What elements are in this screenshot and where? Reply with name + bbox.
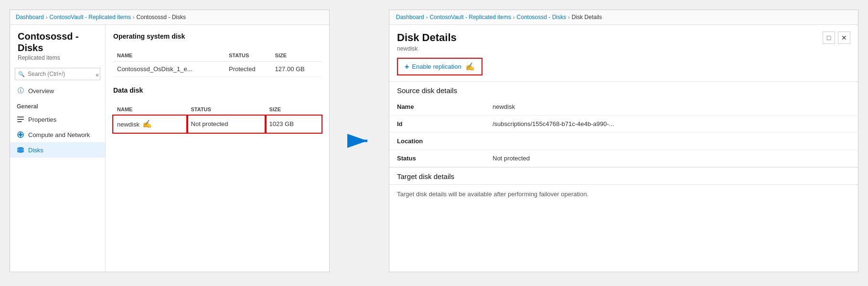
os-disk-col-status: STATUS [225,50,271,62]
detail-label-name: Name [389,98,485,116]
close-button[interactable]: ✕ [838,32,850,44]
data-disk-col-name: NAME [113,104,187,116]
right-panel-title: Disk Details [397,32,457,44]
search-box-container: 🔍 « [15,68,100,80]
right-panel: Dashboard › ContosoVault - Replicated it… [389,10,858,272]
svg-rect-0 [17,117,24,117]
right-breadcrumb-disks[interactable]: Contosossd - Disks [517,14,566,21]
right-breadcrumb-sep-2: › [513,14,515,20]
sidebar-item-compute-label: Compute and Network [28,131,90,138]
page-header: Contosossd - Disks Replicated items [10,25,105,63]
data-disk-name: newdisk ✍ [113,116,187,133]
page-subtitle: Replicated items [18,54,97,61]
os-disk-status: Protected [225,62,271,77]
properties-icon [17,116,24,123]
arrow-indicator [345,134,374,148]
main-content: Operating system disk NAME STATUS SIZE C… [106,25,329,272]
disks-icon [17,146,24,154]
svg-rect-2 [17,121,22,122]
detail-label-status: Status [389,150,485,167]
sidebar-item-disks-label: Disks [28,147,43,154]
right-breadcrumb: Dashboard › ContosoVault - Replicated it… [389,10,858,25]
source-section-title: Source disk details [389,81,858,98]
target-section-title: Target disk details [389,167,858,184]
right-breadcrumb-dashboard[interactable]: Dashboard [396,14,424,21]
table-row[interactable]: Contosossd_OsDisk_1_e... Protected 127.0… [113,62,321,77]
page-title: Contosossd - Disks [18,31,97,53]
svg-point-4 [19,133,22,136]
breadcrumb-sep-2: › [133,14,135,20]
os-disk-table: NAME STATUS SIZE Contosossd_OsDisk_1_e..… [113,50,321,77]
os-disk-section-title: Operating system disk [113,32,321,40]
right-panel-title-block: Disk Details newdisk [397,32,457,52]
os-disk-col-size: SIZE [271,50,321,62]
data-disk-table: NAME STATUS SIZE newdisk ✍ Not protected [113,104,321,133]
search-icon: 🔍 [18,71,25,77]
detail-value-name: newdisk [485,98,858,116]
svg-point-9 [17,147,24,150]
left-breadcrumb: Dashboard › ContosoVault - Replicated it… [10,10,329,25]
enable-replication-label: Enable replication [412,63,461,70]
maximize-button[interactable]: □ [823,32,835,44]
data-disk-section-title: Data disk [113,86,321,94]
plus-icon: + [405,63,409,71]
source-details-table: Name newdisk Id /subscriptions/155c4768-… [389,98,858,167]
breadcrumb-dashboard[interactable]: Dashboard [16,14,44,21]
data-disk-col-size: SIZE [266,104,321,116]
detail-value-location [485,133,858,150]
nav-section-general: General [10,98,105,112]
detail-row-name: Name newdisk [389,98,858,116]
sidebar: Contosossd - Disks Replicated items 🔍 « … [10,25,106,272]
breadcrumb-sep-1: › [46,14,48,20]
arrow-svg [347,134,371,148]
compute-icon [17,131,24,138]
left-content: Contosossd - Disks Replicated items 🔍 « … [10,25,329,272]
data-disk-col-status: STATUS [187,104,266,116]
detail-row-status: Status Not protected [389,150,858,167]
sidebar-item-overview-label: Overview [28,87,54,95]
button-cursor-icon: ✍ [465,62,475,71]
os-disk-col-name: NAME [113,50,225,62]
data-disk-size: 1023 GB [266,116,321,133]
detail-label-id: Id [389,116,485,133]
panel-controls: □ ✕ [823,32,850,44]
right-breadcrumb-vault[interactable]: ContosoVault - Replicated items [429,14,511,21]
right-panel-header: Disk Details newdisk □ ✕ [389,25,858,55]
sidebar-item-compute[interactable]: Compute and Network [10,127,105,142]
detail-value-status: Not protected [485,150,858,167]
os-disk-size: 127.00 GB [271,62,321,77]
detail-row-location: Location [389,133,858,150]
os-disk-name: Contosossd_OsDisk_1_e... [113,62,225,77]
right-breadcrumb-current: Disk Details [572,14,602,21]
enable-replication-button[interactable]: + Enable replication ✍ [397,58,482,75]
detail-label-location: Location [389,133,485,150]
info-icon: ⓘ [17,87,24,95]
sidebar-item-properties[interactable]: Properties [10,112,105,127]
svg-point-10 [17,150,24,153]
svg-rect-1 [17,119,24,120]
detail-value-id: /subscriptions/155c4768-b71c-4e4b-a990-.… [485,116,858,133]
right-breadcrumb-sep-3: › [568,14,570,20]
breadcrumb-current: Contosossd - Disks [137,14,186,21]
detail-row-id: Id /subscriptions/155c4768-b71c-4e4b-a99… [389,116,858,133]
sidebar-item-properties-label: Properties [28,116,56,123]
sidebar-item-disks[interactable]: Disks [10,142,105,158]
sidebar-item-overview[interactable]: ⓘ Overview [10,83,105,98]
table-row[interactable]: newdisk ✍ Not protected 1023 GB [113,116,321,133]
search-input[interactable] [15,68,100,80]
target-note: Target disk details will be available af… [389,184,858,203]
breadcrumb-vault[interactable]: ContosoVault - Replicated items [49,14,131,21]
right-panel-subtitle: newdisk [397,45,457,52]
collapse-button[interactable]: « [94,71,101,79]
right-breadcrumb-sep-1: › [426,14,428,20]
data-disk-status: Not protected [187,116,266,133]
left-panel: Dashboard › ContosoVault - Replicated it… [10,10,330,272]
cursor-hand-icon: ✍ [142,119,152,128]
